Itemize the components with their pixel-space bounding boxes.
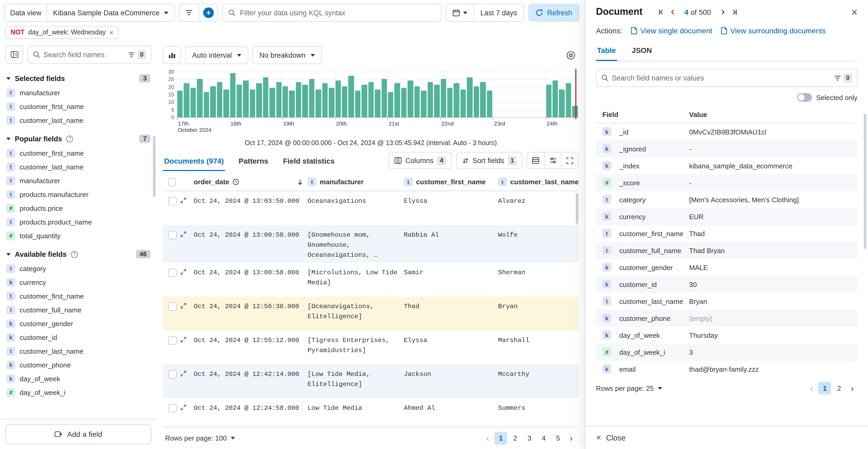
grid-settings-button[interactable] (544, 152, 561, 169)
expand-document-button[interactable] (179, 191, 193, 210)
row-checkbox[interactable] (168, 370, 177, 379)
field-item-products-product-name[interactable]: tproducts.product_name (6, 215, 150, 229)
collapse-sidebar-button[interactable] (5, 46, 23, 63)
flyout-rows-per-page-button[interactable]: Rows per page: 25 (596, 384, 662, 392)
edit-visualization-button[interactable] (163, 46, 181, 64)
field-item-products-price[interactable]: #products.price (6, 201, 150, 215)
previous-document-button[interactable] (668, 7, 678, 17)
field-item-customer-phone[interactable]: kcustomer_phone (6, 358, 150, 372)
last-document-button[interactable] (730, 7, 739, 17)
kql-search-bar[interactable] (222, 4, 441, 22)
select-all-checkbox[interactable] (168, 178, 176, 186)
field-item-customer-first-name[interactable]: tcustomer_first_name (6, 146, 150, 160)
add-filter-button[interactable]: + (199, 4, 218, 21)
table-scrollbar[interactable] (576, 193, 579, 224)
saved-query-menu-button[interactable] (180, 4, 199, 21)
next-page-button[interactable]: › (566, 433, 577, 443)
field-item-total-quantity[interactable]: #total_quantity (6, 229, 150, 242)
expand-document-button[interactable] (179, 225, 193, 263)
close-flyout-icon[interactable]: × (851, 7, 858, 17)
field-item-manufacturer[interactable]: tmanufacturer (6, 174, 150, 187)
first-document-button[interactable] (656, 7, 666, 17)
columns-button[interactable]: Columns 4 (389, 152, 452, 169)
previous-page-button[interactable]: ‹ (806, 384, 817, 393)
previous-page-button[interactable]: ‹ (483, 433, 493, 443)
add-field-button[interactable]: Add a field (5, 424, 151, 444)
view-single-document-link[interactable]: View single document (631, 27, 712, 35)
page-number-button[interactable]: 5 (552, 432, 564, 445)
row-checkbox[interactable] (168, 302, 177, 311)
column-header-customer-last-name[interactable]: t customer_last_name (497, 174, 579, 190)
field-search-bar[interactable]: 0 (28, 46, 151, 63)
field-item-manufacturer[interactable]: tmanufacturer (6, 86, 150, 99)
row-checkbox[interactable] (168, 336, 177, 345)
row-checkbox[interactable] (168, 231, 177, 239)
field-filter-button[interactable]: 0 (128, 50, 146, 59)
sidebar-scrollbar[interactable] (153, 136, 156, 197)
next-page-button[interactable]: › (847, 384, 858, 393)
field-item-customer-last-name[interactable]: tcustomer_last_name (6, 113, 150, 127)
field-item-day-of-week[interactable]: kday_of_week (6, 372, 150, 386)
field-item-customer-gender[interactable]: kcustomer_gender (6, 317, 150, 330)
expand-document-button[interactable] (179, 364, 193, 392)
time-range-button[interactable]: Last 7 days (473, 4, 523, 21)
field-item-customer-id[interactable]: kcustomer_id (6, 330, 150, 344)
page-number-button[interactable]: 1 (495, 432, 507, 445)
view-surrounding-documents-link[interactable]: View surrounding documents (721, 27, 826, 35)
tab-field-statistics[interactable]: Field statistics (282, 154, 336, 171)
tab-json[interactable]: JSON (631, 42, 653, 61)
field-item-customer-first-name[interactable]: tcustomer_first_name (6, 99, 150, 113)
column-header-customer-first-name[interactable]: t customer_first_name (403, 174, 497, 190)
fullscreen-button[interactable] (561, 152, 578, 169)
histogram-plot[interactable] (177, 69, 579, 118)
flyout-scrollbar[interactable] (864, 114, 866, 249)
expand-document-button[interactable] (179, 330, 193, 358)
page-number-button[interactable]: 1 (818, 382, 831, 394)
field-item-customer-last-name[interactable]: tcustomer_last_name (6, 160, 150, 174)
field-item-customer-first-name[interactable]: tcustomer_first_name (6, 289, 150, 303)
kql-search-input[interactable] (240, 9, 436, 17)
expand-document-button[interactable] (179, 297, 193, 324)
field-item-day-of-week-i[interactable]: #day_of_week_i (6, 386, 150, 399)
date-quick-menu-button[interactable] (446, 4, 473, 21)
close-flyout-button[interactable]: × Close (596, 433, 626, 442)
section-header-popular-fields[interactable]: Popular fields?7 (6, 134, 150, 143)
doc-field-search-bar[interactable]: 0 (596, 69, 858, 87)
field-search-input[interactable] (43, 51, 125, 59)
field-item-products-manufacturer[interactable]: tproducts.manufacturer (6, 187, 150, 201)
filter-pill-day-of-week[interactable]: NOT day_of_week: Wednesday × (5, 26, 119, 39)
section-header-available-fields[interactable]: Available fields?46 (6, 250, 150, 259)
expand-document-button[interactable] (179, 398, 193, 417)
row-checkbox[interactable] (168, 197, 177, 205)
doc-field-search-input[interactable] (612, 74, 831, 82)
selected-only-toggle[interactable] (797, 93, 812, 102)
sort-fields-button[interactable]: Sort fields 1 (456, 152, 522, 169)
rows-per-page-button[interactable]: Rows per page: 100 (165, 434, 235, 442)
row-checkbox[interactable] (168, 268, 177, 277)
field-item-currency[interactable]: kcurrency (6, 275, 150, 289)
remove-filter-icon[interactable]: × (110, 29, 114, 36)
page-number-button[interactable]: 3 (523, 432, 536, 445)
breakdown-select[interactable]: No breakdown (252, 46, 322, 64)
refresh-button[interactable]: Refresh (528, 4, 580, 22)
field-item-customer-full-name[interactable]: tcustomer_full_name (6, 303, 150, 317)
next-document-button[interactable] (718, 7, 727, 17)
field-item-category[interactable]: tcategory (6, 262, 150, 275)
section-header-selected-fields[interactable]: Selected fields3 (6, 74, 150, 83)
expand-document-button[interactable] (179, 263, 193, 290)
data-view-button[interactable]: Kibana Sample Data eCommerce (48, 4, 175, 21)
row-density-button[interactable] (527, 152, 544, 169)
page-number-button[interactable]: 4 (537, 432, 550, 445)
tab-patterns[interactable]: Patterns (238, 154, 270, 171)
column-header-order-date[interactable]: order_date (193, 174, 306, 190)
doc-field-filter-button[interactable]: 0 (834, 73, 852, 82)
field-item-customer-last-name[interactable]: tcustomer_last_name (6, 344, 150, 358)
chart-options-button[interactable] (563, 47, 579, 63)
interval-select[interactable]: Auto interval (185, 46, 248, 64)
tab-documents[interactable]: Documents (974) (163, 154, 225, 171)
page-number-button[interactable]: 2 (833, 382, 845, 394)
tab-table[interactable]: Table (596, 42, 617, 61)
row-checkbox[interactable] (168, 404, 177, 413)
column-header-manufacturer[interactable]: t manufacturer (306, 174, 403, 190)
page-number-button[interactable]: 2 (509, 432, 522, 445)
